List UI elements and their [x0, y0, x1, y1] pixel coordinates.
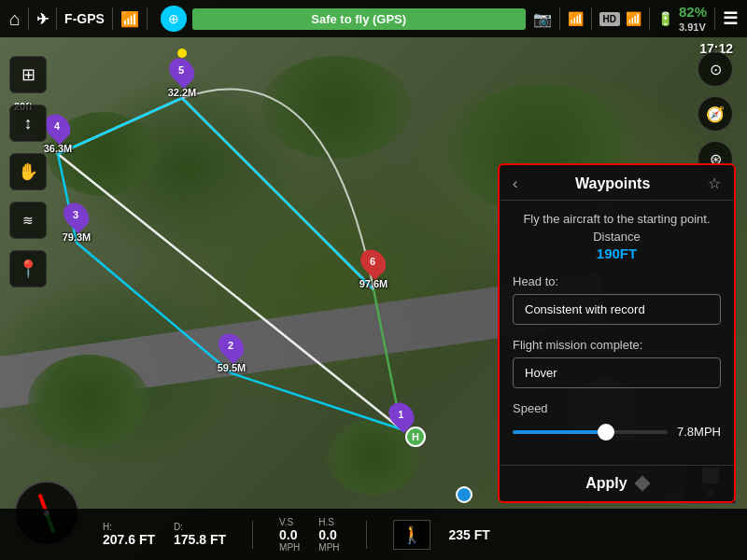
hs-unit: MPH	[318, 542, 339, 553]
hd-signal-icon: 📶	[626, 11, 641, 26]
divider-7	[649, 7, 650, 30]
signal-right-icon: 📶	[568, 11, 584, 26]
camera-icon: 📷	[533, 10, 552, 28]
signal-right: 📶	[568, 11, 584, 26]
camera-btn[interactable]: 📷	[533, 10, 552, 28]
speed-fill	[513, 430, 606, 434]
battery-icon: 🔋	[657, 11, 673, 26]
menu-icon: ☰	[723, 8, 738, 29]
distance-metric: D: 175.8 FT	[174, 522, 226, 547]
mission-complete-btn[interactable]: Hover	[513, 357, 721, 388]
head-to-label: Head to:	[513, 274, 721, 288]
battery-percent: 82%	[679, 4, 707, 20]
panel-instruction: Fly the aircraft to the starting point.	[513, 212, 721, 226]
veg-2	[261, 56, 411, 159]
height-metric: H: 207.6 FT	[103, 522, 155, 547]
gps-active-btn[interactable]: ⊕	[161, 6, 187, 32]
mode-label: F-GPS	[64, 11, 105, 26]
waypoint-panel: ‹ Waypoints ☆ Fly the aircraft to the st…	[498, 163, 736, 503]
panel-body: Fly the aircraft to the starting point. …	[500, 201, 734, 465]
top-hud: ⌂ ✈ F-GPS 📶 ⊕ Safe to fly (GPS) 📷 📶 HD 📶…	[0, 0, 747, 37]
map-mode-btn[interactable]: ⊞	[9, 56, 47, 93]
hand-btn[interactable]: ✋	[9, 153, 47, 190]
map-controls: ⊙ 🧭 ⊛	[698, 51, 733, 176]
left-controls: ⊞ ↕ ✋ ≋ 📍	[9, 56, 47, 287]
divider-4	[147, 7, 148, 30]
divider-6	[591, 7, 592, 30]
apply-diamond-icon	[634, 476, 650, 492]
drone-position	[177, 49, 187, 58]
waypoint-5[interactable]: 5 32.2M	[168, 57, 197, 98]
divider-8	[714, 7, 715, 30]
home-btn[interactable]: ⌂	[9, 8, 21, 30]
speed-track[interactable]	[513, 430, 668, 434]
distance-label: D:	[174, 522, 226, 532]
distance-label: Distance	[513, 230, 721, 244]
home-icon: ⌂	[9, 8, 21, 30]
altitude-value: 235 FT	[449, 527, 490, 542]
divider-2	[56, 7, 57, 30]
distance-value: 175.8 FT	[174, 532, 226, 547]
panel-title: Waypoints	[517, 175, 708, 192]
divider-1	[28, 7, 29, 30]
bottom-hud: H: 207.6 FT D: 175.8 FT V.S 0.0 MPH H.S …	[0, 509, 747, 560]
waypoint-1[interactable]: 1	[390, 401, 413, 429]
speed-thumb[interactable]	[598, 424, 614, 441]
veg-4	[28, 355, 149, 448]
map-direction-btn[interactable]: 🧭	[698, 96, 733, 132]
hud-divider-2	[366, 521, 367, 549]
battery-section: 🔋 82% 3.91V	[657, 4, 707, 34]
menu-btn[interactable]: ☰	[723, 8, 738, 29]
speed-value: 7.8MPH	[677, 425, 721, 439]
hs-label: H.S	[318, 517, 339, 527]
compass-ring-btn[interactable]: ⊙	[698, 51, 733, 87]
divider-3	[112, 7, 113, 30]
hud-divider-main	[252, 521, 253, 549]
waypoint-6[interactable]: 6 97.6M	[359, 248, 388, 289]
height-label: H:	[103, 522, 155, 532]
drone-icon: ✈	[36, 10, 49, 28]
vs-metric: V.S 0.0 MPH	[279, 517, 300, 553]
signal-section: 📶	[120, 10, 139, 28]
water-btn[interactable]: ≋	[9, 202, 47, 239]
home-marker[interactable]: H	[405, 427, 426, 447]
mode-section: F-GPS	[64, 11, 105, 26]
panel-header: ‹ Waypoints ☆	[500, 165, 734, 201]
speed-label: Speed	[513, 401, 721, 415]
head-to-btn[interactable]: Consistent with record	[513, 294, 721, 325]
hd-badge: HD	[599, 12, 620, 26]
location-btn[interactable]: 📍	[9, 250, 47, 287]
waypoint-4[interactable]: 4 36.3M	[44, 113, 73, 154]
vs-value: 0.0	[279, 527, 300, 542]
apply-btn[interactable]: Apply	[500, 465, 734, 501]
speed-slider-row: 7.8MPH	[513, 425, 721, 439]
person-icon: 🚶	[393, 520, 430, 550]
status-bar: Safe to fly (GPS)	[192, 8, 526, 30]
distance-value: 190FT	[513, 245, 721, 261]
altitude-metric: 235 FT	[449, 527, 490, 542]
waypoint-3[interactable]: 3 79.3M	[63, 202, 92, 243]
height-value: 207.6 FT	[103, 532, 155, 547]
vs-label: V.S	[279, 517, 300, 527]
hs-metric: H.S 0.0 MPH	[318, 517, 339, 553]
waypoint-2[interactable]: 2 59.5M	[218, 332, 247, 373]
drone-section: ✈	[36, 10, 49, 28]
hs-value: 0.0	[318, 527, 339, 542]
altitude-btn[interactable]: ↕	[9, 105, 47, 142]
mission-complete-label: Flight mission complete:	[513, 338, 721, 352]
battery-voltage: 3.91V	[679, 21, 706, 33]
signal-icon: 📶	[120, 10, 139, 28]
gps-icon: ⊕	[168, 11, 179, 26]
hd-section: HD 📶	[599, 11, 641, 26]
blue-circle-marker	[456, 486, 472, 503]
star-btn[interactable]: ☆	[708, 175, 721, 192]
divider-5	[559, 7, 560, 30]
vs-unit: MPH	[279, 542, 300, 553]
